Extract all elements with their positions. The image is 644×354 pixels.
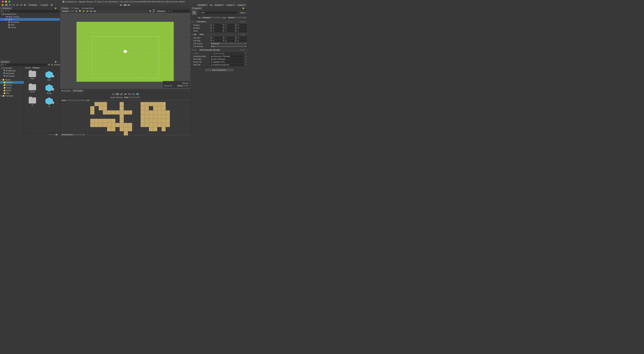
window-minimize-button[interactable]	[5, 1, 7, 3]
palette-tile[interactable]	[157, 110, 162, 115]
component-menu-icon[interactable]: ⋮	[244, 49, 247, 51]
palette-tile[interactable]	[140, 123, 145, 127]
hierarchy-item-terrain[interactable]: Terrain	[0, 26, 60, 29]
camera-icon[interactable]: 📷▾	[152, 10, 156, 12]
position-y-input[interactable]: 0	[225, 24, 234, 26]
cellgap-z-input[interactable]: 0	[237, 39, 247, 42]
grid-toggle[interactable]: ⊞▾	[93, 10, 96, 12]
2d-toggle[interactable]: 2D	[75, 10, 78, 12]
favorites-header[interactable]: ▼★ Favorites	[0, 67, 24, 69]
palette-tile[interactable]	[162, 110, 166, 115]
cellsize-z-input[interactable]: 0	[237, 37, 247, 39]
palette-tile[interactable]	[120, 110, 124, 115]
hierarchy-search-input[interactable]: 🔍All	[4, 10, 59, 12]
gameobject-name-input[interactable]: Grid	[200, 11, 237, 14]
palette-tile[interactable]	[149, 123, 153, 127]
palette-tile[interactable]	[111, 110, 116, 115]
interactive-map-field[interactable]: ▦Interactive (Tilemap)	[210, 55, 244, 57]
help-icon[interactable]: ?	[239, 49, 242, 51]
favorite-icon[interactable]: ★	[54, 64, 56, 66]
tools-icon[interactable]: ✖	[149, 10, 152, 12]
add-component-button[interactable]: Add Component	[204, 68, 234, 72]
breadcrumb-current[interactable]: Palettes	[32, 67, 40, 69]
palette-tile[interactable]	[107, 123, 111, 127]
palette-tile[interactable]	[153, 127, 157, 131]
cellgap-y-input[interactable]: 0	[225, 39, 234, 42]
palette-tile[interactable]	[120, 102, 124, 106]
palette-tile[interactable]	[162, 106, 166, 110]
hierarchy-item-path[interactable]: Path	[0, 23, 60, 26]
palette-tile[interactable]	[90, 119, 94, 123]
cell-swizzle-dropdown[interactable]: XYZ▾	[210, 45, 247, 47]
palette-tile[interactable]	[145, 123, 149, 127]
palette-tile[interactable]	[94, 123, 98, 127]
tag-dropdown[interactable]: Untagged▾	[202, 16, 221, 19]
palette-tile[interactable]	[94, 119, 98, 123]
gizmos-dropdown[interactable]: Gizmos▾	[156, 10, 166, 12]
palette-tile[interactable]	[90, 110, 94, 115]
scale-x-input[interactable]: 1	[212, 30, 222, 32]
palette-tile[interactable]	[124, 127, 128, 131]
panel-lock-icon[interactable]: 🔒	[242, 7, 244, 9]
palette-tile[interactable]	[157, 119, 162, 123]
palette-tile[interactable]	[111, 119, 116, 123]
palette-tile[interactable]	[107, 119, 111, 123]
fav-all-prefabs[interactable]: 🔍All Prefabs	[0, 75, 24, 77]
palette-tile[interactable]	[90, 106, 94, 110]
palette-tile[interactable]	[153, 119, 157, 123]
rotation-x-input[interactable]: 0	[212, 27, 222, 29]
palette-tile[interactable]	[94, 102, 98, 106]
fill-tile-tool[interactable]: 🪣	[136, 93, 140, 95]
palette-tile[interactable]	[166, 123, 170, 127]
palette-tile[interactable]	[149, 127, 153, 131]
brush-dropdown[interactable]: Default Brush▾	[61, 134, 85, 136]
palette-tile[interactable]	[145, 119, 149, 123]
palette-edit-button[interactable]: Edit	[86, 99, 89, 101]
path-map-field[interactable]: ▦Path (Tilemap)	[210, 58, 244, 60]
hidden-count[interactable]: 👁18	[57, 64, 59, 66]
hidden-toggle[interactable]: 👁0	[90, 10, 92, 12]
palette-tile[interactable]	[120, 123, 124, 127]
layout-dropdown[interactable]: Layout▾	[236, 3, 247, 6]
inspector-tab[interactable]: ℹInspector	[191, 7, 202, 10]
position-z-input[interactable]: 0	[237, 24, 247, 26]
palette-tile[interactable]	[166, 119, 170, 123]
palette-tile[interactable]	[157, 123, 162, 127]
tilemap-focus-dropdown[interactable]: None▾	[177, 85, 188, 87]
hierarchy-item-grid[interactable]: ▼Grid	[0, 18, 60, 21]
palette-tile[interactable]	[103, 119, 107, 123]
label-icon[interactable]: ◔	[51, 64, 53, 66]
asset-item[interactable]: Path	[26, 71, 39, 81]
palette-tile[interactable]	[153, 106, 157, 110]
palette-tile[interactable]	[124, 123, 128, 127]
scene-tab[interactable]: #Scene	[60, 7, 70, 10]
move-tool[interactable]: ✥	[4, 3, 8, 6]
grid-enable-checkbox[interactable]: ✓	[197, 33, 199, 35]
help-icon[interactable]: ?	[239, 33, 242, 35]
asset-item[interactable]: Terrain	[26, 84, 39, 94]
cellsize-y-input[interactable]: 1	[225, 37, 234, 39]
scene-viewport[interactable]: Tilemap Focus On None▾	[60, 13, 191, 89]
eraser-tile-tool[interactable]: ◇	[132, 93, 136, 95]
move-tile-tool[interactable]: ✥	[116, 93, 120, 95]
script-component-header[interactable]: ▼# ✓ Grid Controller (Script) ? ⇄ ⋮	[191, 48, 248, 52]
cell-layout-dropdown[interactable]: Rectangle▾	[210, 42, 247, 45]
preset-icon[interactable]: ⇄	[242, 33, 244, 35]
active-tilemap-dropdown[interactable]: Path▾	[124, 96, 140, 99]
component-menu-icon[interactable]: ⋮	[244, 33, 247, 35]
object-picker-icon[interactable]: ⊙	[244, 52, 247, 55]
assets-folder[interactable]: ▼📁 Assets	[0, 78, 24, 81]
palette-tile[interactable]	[120, 106, 124, 110]
transform-component-header[interactable]: ▼⟟ Transform ? ⇄ ⋮	[191, 20, 248, 23]
assets-palettes[interactable]: 📁Palettes	[0, 81, 24, 84]
fav-all-materials[interactable]: 🔍All Materials	[0, 69, 24, 72]
palette-tile[interactable]	[145, 115, 149, 119]
palette-tile[interactable]	[145, 106, 149, 110]
palette-tile[interactable]	[157, 102, 162, 106]
palette-tile[interactable]	[162, 127, 166, 131]
palette-tile[interactable]	[120, 127, 124, 131]
scene-search-input[interactable]: 🔍All	[166, 10, 190, 12]
panel-menu-icon[interactable]: ⋮	[188, 7, 190, 9]
palette-tile[interactable]	[98, 123, 103, 127]
hierarchy-item-interactive[interactable]: Interactive	[0, 21, 60, 23]
